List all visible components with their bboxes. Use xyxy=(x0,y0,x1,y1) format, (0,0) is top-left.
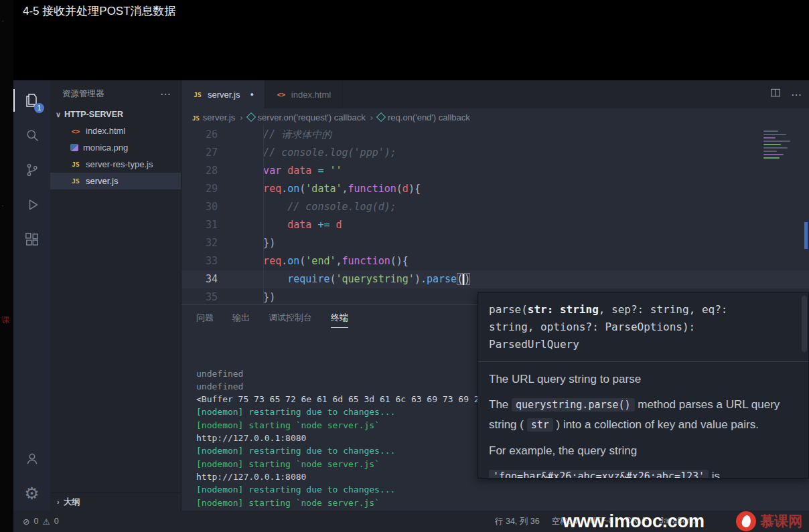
line-number[interactable]: 33 xyxy=(181,252,234,270)
code-token: , xyxy=(336,255,342,267)
code-line-27[interactable]: 27 // console.log('ppp'); xyxy=(181,144,809,162)
split-editor-icon[interactable] xyxy=(769,87,782,102)
minimap[interactable] xyxy=(763,128,801,167)
code-line-30[interactable]: 30 // console.log(d); xyxy=(181,198,809,216)
line-number[interactable]: 26 xyxy=(181,126,234,144)
line-number[interactable]: 28 xyxy=(181,162,234,180)
code-token: ) xyxy=(464,273,470,285)
search-icon[interactable] xyxy=(13,118,50,153)
tab-server.js[interactable]: server.js● xyxy=(181,80,265,108)
tab-bar: server.js●index.html ⋯ xyxy=(181,80,809,108)
panel-tab-问题[interactable]: 问题 xyxy=(196,312,214,328)
breadcrumb-item[interactable]: server.on('request') callback xyxy=(248,112,366,122)
code-token: data xyxy=(287,165,311,177)
code-line-34[interactable]: 34 require('querystring').parse() xyxy=(181,270,809,288)
html-file-icon xyxy=(276,90,287,98)
code-token: (){ xyxy=(390,255,409,267)
code-token: 'querystring' xyxy=(336,273,415,285)
file-item-server.js[interactable]: server.js xyxy=(50,173,181,189)
strip-glyph: 课 xyxy=(1,315,9,326)
more-actions-icon[interactable]: ⋯ xyxy=(791,88,802,101)
terminal-line: [nodemon] restarting due to changes... xyxy=(196,483,809,496)
signature-part: parse( xyxy=(489,303,528,316)
status-item[interactable]: 行 34, 列 36 xyxy=(495,516,540,527)
code-line-26[interactable]: 26 // 请求体中的 xyxy=(181,126,809,144)
line-number[interactable]: 35 xyxy=(181,288,234,304)
line-number[interactable]: 34 xyxy=(181,270,234,288)
watermark: www.imooc.com xyxy=(563,511,705,532)
code-token: = xyxy=(311,165,329,177)
hover-scrollbar[interactable] xyxy=(802,296,807,352)
html-file-icon xyxy=(70,127,81,135)
folder-name: HTTP-SERVER xyxy=(64,110,123,119)
inline-code: str xyxy=(527,418,553,432)
code-token: . xyxy=(281,255,287,267)
strip-glyph: - xyxy=(1,16,4,25)
code-token: d xyxy=(336,219,342,231)
inline-code: querystring.parse() xyxy=(512,398,635,412)
panel-tab-调试控制台[interactable]: 调试控制台 xyxy=(269,312,312,328)
breadcrumb: server.js›server.on('request') callback›… xyxy=(181,108,809,126)
line-number[interactable]: 31 xyxy=(181,216,234,234)
code-token: }) xyxy=(239,237,275,249)
error-icon: ⊘ xyxy=(23,517,29,527)
breadcrumb-label: req.on('end') callback xyxy=(388,112,470,122)
vscode-window: 1 ⚙ 资源管理器 ⋯ xyxy=(13,80,809,532)
js-file-icon xyxy=(192,91,203,98)
imooc-logo: 慕课网 xyxy=(736,511,802,531)
signature: parse(str: string, sep?: string, eq?: st… xyxy=(478,293,781,361)
breadcrumb-separator: › xyxy=(370,112,373,122)
source-control-icon[interactable] xyxy=(13,153,50,187)
file-item-monica.png[interactable]: monica.png xyxy=(50,139,181,156)
code-token: require xyxy=(239,273,329,285)
hover-docs: The URL query string to parse The querys… xyxy=(478,362,808,478)
code-line-31[interactable]: 31 data += d xyxy=(181,216,809,234)
panel-tab-终端[interactable]: 终端 xyxy=(331,312,348,328)
breadcrumb-item[interactable]: server.js xyxy=(192,112,235,122)
file-item-server-res-type.js[interactable]: server-res-type.js xyxy=(50,156,181,173)
js-file-icon xyxy=(192,112,200,122)
tab-index.html[interactable]: index.html xyxy=(265,80,342,108)
explorer-icon[interactable]: 1 xyxy=(13,83,50,118)
outline-section[interactable]: › 大纲 xyxy=(50,493,181,511)
code-token: 'end' xyxy=(305,255,336,267)
settings-gear-icon[interactable]: ⚙ xyxy=(13,476,50,511)
panel-tab-输出[interactable]: 输出 xyxy=(232,312,250,328)
folder-section-http-server[interactable]: ∨ HTTP-SERVER xyxy=(50,106,181,122)
code-editor[interactable]: 26 // 请求体中的27 // console.log('ppp');28 v… xyxy=(181,126,809,304)
code-token: }) xyxy=(239,291,275,303)
code-line-33[interactable]: 33 req.on('end',function(){ xyxy=(181,252,809,270)
account-icon[interactable] xyxy=(13,441,50,476)
code-line-29[interactable]: 29 req.on('data',function(d){ xyxy=(181,180,809,198)
line-number[interactable]: 32 xyxy=(181,234,234,252)
doc-line: For example, the query string xyxy=(489,441,796,460)
code-text: require('querystring').parse() xyxy=(234,270,470,288)
line-number[interactable]: 30 xyxy=(181,198,234,216)
line-number[interactable]: 29 xyxy=(181,180,234,198)
warning-count: 0 xyxy=(54,517,59,526)
code-text: req.on('data',function(d){ xyxy=(234,180,421,198)
doc-line: The URL query string to parse xyxy=(489,369,796,389)
code-text: var data = '' xyxy=(234,162,342,180)
code-text: req.on('end',function(){ xyxy=(234,252,409,270)
more-actions-icon[interactable]: ⋯ xyxy=(160,88,171,100)
code-token: 'data' xyxy=(305,183,342,195)
imooc-logo-icon xyxy=(736,511,756,531)
problems-status[interactable]: ⊘ 0 ⚠ 0 xyxy=(13,517,59,527)
warning-icon: ⚠ xyxy=(42,517,50,527)
extensions-icon[interactable] xyxy=(13,222,50,257)
file-item-index.html[interactable]: index.html xyxy=(50,122,181,139)
sidebar-title: 资源管理器 xyxy=(62,88,104,100)
doc-paragraph: 'foo=bar&#x26;abc=xyz&#x26;abc=123' is xyxy=(489,466,796,478)
file-name: index.html xyxy=(86,126,125,136)
line-number[interactable]: 27 xyxy=(181,144,234,162)
code-line-32[interactable]: 32 }) xyxy=(181,234,809,252)
breadcrumb-item[interactable]: req.on('end') callback xyxy=(378,112,470,122)
symbol-icon xyxy=(376,112,386,122)
code-token: . xyxy=(281,183,287,195)
code-line-28[interactable]: 28 var data = '' xyxy=(181,162,809,180)
run-debug-icon[interactable] xyxy=(13,187,50,222)
code-text: // console.log(d); xyxy=(234,198,396,216)
gear-glyph: ⚙ xyxy=(24,485,39,502)
scrollbar-thumb[interactable] xyxy=(804,222,808,249)
